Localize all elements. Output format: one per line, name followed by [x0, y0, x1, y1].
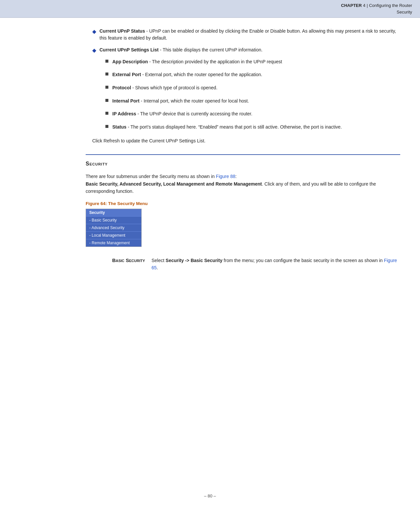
sub-bullet-text-2: Protocol - Shows which type of protocol …	[112, 84, 217, 92]
section-divider	[86, 154, 400, 155]
sub-bullet-item-3: Internal Port - Internal port, which the…	[105, 98, 400, 105]
figure-64-caption: Figure 64: The Security Menu	[86, 201, 400, 206]
bullet-section-2: ◆ Current UPnP Settings List - This tabl…	[86, 46, 400, 131]
sub-bullet-bold-0: App Description	[112, 59, 148, 64]
basic-security-content: Select Security -> Basic Security from t…	[152, 257, 400, 272]
sub-bullet-text-5: Status - The port’s status displayed her…	[112, 124, 342, 131]
bullet-bold-1: Current UPnP Status	[99, 28, 145, 34]
security-heading-text: Security	[86, 161, 108, 166]
sub-bullet-square-0	[105, 60, 108, 63]
page-footer: – 80 –	[0, 493, 420, 498]
sub-bullet-bold-2: Protocol	[112, 85, 131, 90]
sub-bullet-item-5: Status - The port’s status displayed her…	[105, 124, 400, 131]
sub-bullet-bold-1: External Port	[112, 72, 141, 77]
bullet-bold-2: Current UPnP Settings List	[99, 47, 158, 52]
sub-bullet-list: App Description - The description provid…	[105, 58, 400, 131]
basic-security-text-before: Select	[152, 258, 166, 263]
chapter-label: CHAPTER	[341, 3, 362, 8]
refresh-note: Click Refresh to update the Current UPnP…	[92, 137, 400, 145]
security-heading: Security	[86, 161, 400, 167]
header-right: CHAPTER 4 | Configuring the Router Secur…	[341, 2, 412, 15]
sub-bullet-bold-3: Internal Port	[112, 98, 139, 104]
sub-bullet-bold-4: IP Address	[112, 111, 136, 116]
basic-security-text-after: from the menu; you can configure the bas…	[222, 258, 384, 263]
chapter-subtitle: Security	[341, 9, 412, 15]
chapter-number: 4	[363, 3, 365, 8]
security-menu-item-2[interactable]: - Local Management	[86, 231, 141, 239]
bullet-diamond-2: ◆	[92, 47, 96, 53]
security-menu-box: Security - Basic Security - Advanced Sec…	[86, 209, 142, 247]
bullet-text-2: Current UPnP Settings List - This table …	[99, 46, 263, 54]
bullet-item-2: ◆ Current UPnP Settings List - This tabl…	[86, 46, 400, 54]
chapter-title: Configuring the Router	[369, 3, 412, 8]
basic-security-row: Basic Security Select Security -> Basic …	[86, 257, 400, 272]
sub-bullet-square-2	[105, 86, 108, 89]
main-content: ◆ Current UPnP Status - UPnP can be enab…	[0, 18, 420, 291]
sub-bullet-desc-0: - The description provided by the applic…	[148, 59, 282, 64]
sub-bullet-item-2: Protocol - Shows which type of protocol …	[105, 84, 400, 92]
sub-bullet-item-0: App Description - The description provid…	[105, 58, 400, 66]
security-intro-after: :	[235, 174, 237, 179]
sub-bullet-text-3: Internal Port - Internal port, which the…	[112, 98, 249, 105]
bullet-section-1: ◆ Current UPnP Status - UPnP can be enab…	[86, 28, 400, 42]
security-bold-items: Basic Security, Advanced Security, Local…	[86, 181, 262, 187]
security-menu-item-1[interactable]: - Advanced Security	[86, 224, 141, 231]
sub-bullet-text-1: External Port - External port, which the…	[112, 71, 262, 78]
bullet-desc-2: - This table displays the current UPnP i…	[158, 47, 262, 52]
basic-security-text-end: .	[157, 265, 158, 270]
sub-bullet-desc-2: - Shows which type of protocol is opened…	[131, 85, 217, 90]
sub-bullet-desc-5: - The port’s status displayed here. “Ena…	[126, 124, 342, 130]
sub-bullet-bold-5: Status	[112, 124, 126, 130]
header-line1: CHAPTER 4 | Configuring the Router	[341, 2, 412, 9]
sub-bullet-text-4: IP Address - The UPnP device that is cur…	[112, 110, 252, 118]
sub-bullet-square-4	[105, 112, 108, 115]
sub-bullet-item-1: External Port - External port, which the…	[105, 71, 400, 78]
security-menu-item-0[interactable]: - Basic Security	[86, 216, 141, 224]
basic-security-bold: Security -> Basic Security	[166, 258, 222, 263]
sub-bullet-square-3	[105, 99, 108, 102]
security-intro-text: There are four submenus under the Securi…	[86, 174, 216, 179]
figure-88-ref[interactable]: Figure 88	[216, 174, 235, 179]
bullet-diamond-1: ◆	[92, 28, 96, 35]
page-header: CHAPTER 4 | Configuring the Router Secur…	[0, 0, 420, 18]
sub-bullet-desc-4: - The UPnP device that is currently acce…	[136, 111, 252, 116]
sub-bullet-text-0: App Description - The description provid…	[112, 58, 282, 66]
security-menu-item-3[interactable]: - Remote Management	[86, 239, 141, 247]
sub-bullet-square-1	[105, 73, 108, 75]
sub-bullet-desc-3: - Internal port, which the router opened…	[139, 98, 249, 104]
footer-text: – 80 –	[204, 493, 216, 498]
sub-bullet-desc-1: - External port, which the router opened…	[141, 72, 262, 77]
basic-security-label: Basic Security	[86, 257, 152, 263]
security-intro: There are four submenus under the Securi…	[86, 173, 400, 195]
sub-bullet-item-4: IP Address - The UPnP device that is cur…	[105, 110, 400, 118]
security-menu-header: Security	[86, 209, 141, 216]
sub-bullet-square-5	[105, 125, 108, 128]
bullet-text-1: Current UPnP Status - UPnP can be enable…	[99, 28, 400, 42]
bullet-item-1: ◆ Current UPnP Status - UPnP can be enab…	[86, 28, 400, 42]
